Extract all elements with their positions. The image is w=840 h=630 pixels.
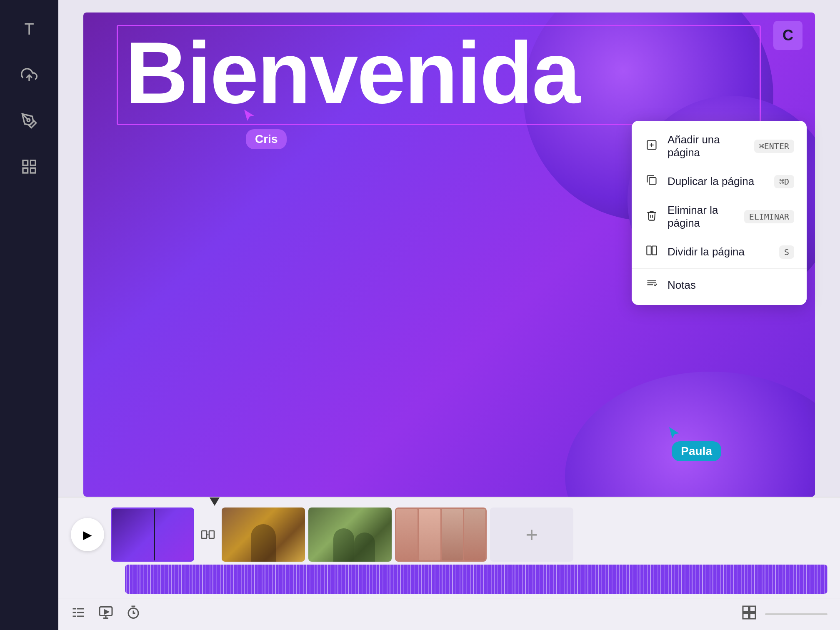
thumbnail-strip: + [111,508,828,562]
playhead-triangle [210,498,220,506]
cursor-label-cris: Cris [246,129,287,149]
timeline-tracks: ▶ [58,505,840,565]
shortcut-split-page: S [779,245,794,259]
main-content: Bienvenida C Cris Paula [58,0,840,630]
audio-waveform[interactable] [125,565,828,594]
svg-rect-5 [30,168,35,173]
shortcut-duplicate-page: ⌘D [774,175,794,188]
svg-marker-25 [105,610,108,614]
timer-icon[interactable] [126,605,141,623]
svg-rect-4 [23,168,28,173]
thumbnail-4[interactable] [395,508,487,562]
shortcut-delete-page: ELIMINAR [744,210,794,223]
menu-label-duplicate-page: Duplicar la página [668,175,766,188]
notes-icon [644,278,659,292]
svg-rect-15 [202,531,207,538]
thumbnail-1[interactable] [111,508,194,562]
sidebar: T [0,0,58,630]
svg-rect-10 [647,246,651,255]
menu-item-notes[interactable]: Notas [632,270,807,300]
svg-rect-32 [743,613,749,619]
svg-rect-2 [23,160,28,165]
cursor-cris [242,108,257,125]
context-menu: Añadir una página ⌘ENTER Duplicar la pág… [632,121,807,305]
grid-view-toggle[interactable] [742,605,757,623]
menu-item-add-page[interactable]: Añadir una página ⌘ENTER [632,126,807,167]
bottom-right-controls [742,605,828,623]
thumbnail-3[interactable] [308,508,392,562]
draw-icon[interactable] [17,108,42,133]
bg-orb-3 [565,372,815,497]
play-preview-icon[interactable] [98,605,113,623]
transition-icon[interactable] [198,508,218,562]
playhead-line [58,498,840,505]
canvas-area[interactable]: Bienvenida C Cris Paula [58,0,840,497]
add-clip-button[interactable]: + [490,508,573,562]
svg-point-1 [27,119,30,122]
text-tool-icon[interactable]: T [17,17,42,42]
timeline: ▶ [58,497,840,630]
menu-item-duplicate-page[interactable]: Duplicar la página ⌘D [632,167,807,196]
svg-rect-3 [30,160,35,165]
grid-apps-icon[interactable] [17,154,42,179]
duplicate-page-icon [644,174,659,189]
bottom-toolbar [58,598,840,630]
cursor-label-paula: Paula [672,441,721,461]
svg-rect-31 [750,606,756,612]
menu-item-delete-page[interactable]: Eliminar la página ELIMINAR [632,196,807,237]
add-page-icon [644,139,659,154]
play-button[interactable]: ▶ [71,518,104,551]
waveform-row [58,565,840,598]
split-page-icon [644,245,659,259]
svg-rect-11 [652,246,657,255]
menu-label-add-page: Añadir una página [668,133,746,159]
avatar-c: C [773,21,802,50]
menu-item-split-page[interactable]: Dividir la página S [632,237,807,267]
thumbnail-2[interactable] [222,508,305,562]
svg-rect-9 [649,178,656,184]
menu-divider [632,268,807,269]
delete-page-icon [644,210,659,224]
playhead-vline [154,509,155,560]
zoom-slider[interactable] [765,613,828,615]
menu-label-split-page: Dividir la página [668,245,771,258]
svg-rect-33 [750,613,756,619]
svg-rect-30 [743,606,749,612]
menu-label-notes: Notas [668,279,794,292]
upload-icon[interactable] [17,62,42,88]
list-view-icon[interactable] [71,605,86,623]
svg-rect-16 [209,531,214,538]
shortcut-add-page: ⌘ENTER [754,140,794,153]
slide-title[interactable]: Bienvenida [125,29,579,117]
cursor-paula [667,426,682,442]
menu-label-delete-page: Eliminar la página [668,204,736,230]
